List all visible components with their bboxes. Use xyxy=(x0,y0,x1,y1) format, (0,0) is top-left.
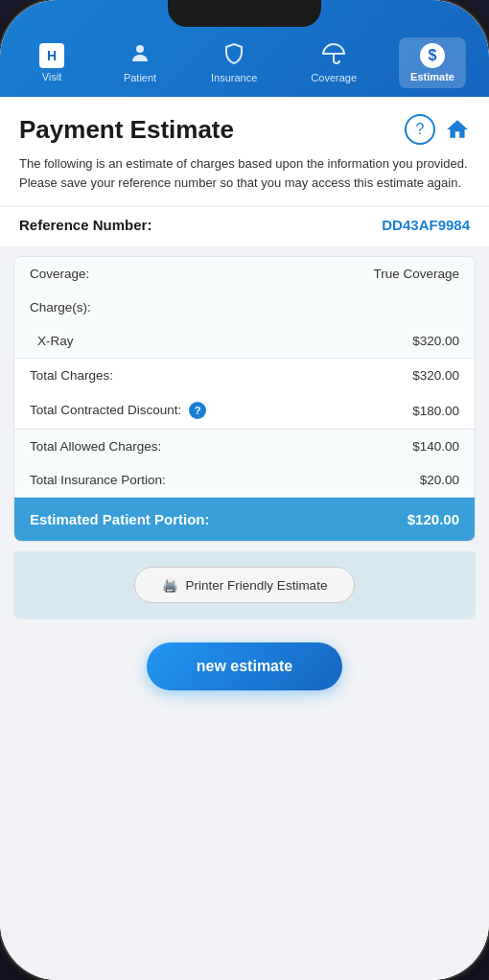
patient-portion-label: Estimated Patient Portion: xyxy=(30,511,210,527)
total-charges-value: $320.00 xyxy=(412,368,459,383)
charges-label: Charge(s): xyxy=(30,300,91,315)
nav-coverage-label: Coverage xyxy=(311,72,357,83)
allowed-section: Total Allowed Charges: $140.00 Total Ins… xyxy=(14,430,475,498)
notch xyxy=(168,0,321,27)
reference-label: Reference Number: xyxy=(19,217,151,233)
coverage-value: True Coverage xyxy=(373,267,459,281)
screen-content: H Visit Patient xyxy=(0,0,489,980)
patient-portion-row: Estimated Patient Portion: $120.00 xyxy=(14,498,475,541)
main-content: Payment Estimate ? The following is an e… xyxy=(0,97,489,980)
header-icons: ? xyxy=(405,114,470,145)
total-discount-row: Total Contracted Discount: ? $180.00 xyxy=(14,392,475,429)
print-label: Printer Friendly Estimate xyxy=(186,578,328,593)
charges-header-row: Charge(s): xyxy=(14,291,475,324)
nav-visit[interactable]: H Visit xyxy=(23,37,81,88)
print-icon: 🖨️ xyxy=(162,577,178,593)
phone-screen: H Visit Patient xyxy=(0,0,489,980)
nav-insurance-label: Insurance xyxy=(211,72,257,83)
person-icon xyxy=(128,42,151,69)
total-insurance-row: Total Insurance Portion: $20.00 xyxy=(14,463,475,497)
bottom-action: new estimate xyxy=(0,619,489,719)
total-insurance-value: $20.00 xyxy=(420,473,459,487)
nav-patient-label: Patient xyxy=(124,72,156,83)
header-title-row: Payment Estimate ? xyxy=(19,114,470,145)
total-discount-label: Total Contracted Discount: ? xyxy=(30,402,206,419)
xray-amount: $320.00 xyxy=(412,334,459,348)
home-icon-button[interactable] xyxy=(445,117,470,142)
help-icon-button[interactable]: ? xyxy=(405,114,435,145)
estimate-card: Coverage: True Coverage Charge(s): X-Ray… xyxy=(13,256,476,542)
total-allowed-value: $140.00 xyxy=(412,439,459,454)
discount-info-icon[interactable]: ? xyxy=(189,402,206,419)
nav-insurance[interactable]: Insurance xyxy=(199,36,268,89)
xray-row: X-Ray $320.00 xyxy=(14,324,475,358)
page-header: Payment Estimate ? The following is an e… xyxy=(0,97,489,205)
total-charges-label: Total Charges: xyxy=(30,368,113,383)
shield-icon xyxy=(222,42,245,69)
new-estimate-button[interactable]: new estimate xyxy=(147,642,342,690)
coverage-row: Coverage: True Coverage xyxy=(14,257,475,291)
page-title: Payment Estimate xyxy=(19,115,234,145)
total-insurance-label: Total Insurance Portion: xyxy=(30,473,166,487)
total-allowed-label: Total Allowed Charges: xyxy=(30,439,161,454)
nav-estimate-label: Estimate xyxy=(410,71,454,82)
xray-label: X-Ray xyxy=(37,334,74,348)
coverage-section: Coverage: True Coverage Charge(s): X-Ray… xyxy=(14,257,475,359)
patient-portion-value: $120.00 xyxy=(408,511,459,527)
hospital-icon: H xyxy=(39,43,64,68)
phone-frame: H Visit Patient xyxy=(0,0,489,980)
nav-visit-label: Visit xyxy=(42,71,62,82)
totals-section: Total Charges: $320.00 Total Contracted … xyxy=(14,359,475,430)
nav-patient[interactable]: Patient xyxy=(111,36,169,89)
reference-value: DD43AF9984 xyxy=(382,217,470,233)
coverage-label: Coverage: xyxy=(30,267,89,281)
total-discount-value: $180.00 xyxy=(412,404,459,418)
nav-coverage[interactable]: Coverage xyxy=(299,36,368,89)
print-section: 🖨️ Printer Friendly Estimate xyxy=(13,551,476,619)
print-button[interactable]: 🖨️ Printer Friendly Estimate xyxy=(134,567,356,603)
total-charges-row: Total Charges: $320.00 xyxy=(14,359,475,392)
umbrella-icon xyxy=(322,42,345,69)
dollar-icon: $ xyxy=(420,43,445,68)
svg-point-0 xyxy=(136,45,144,53)
total-allowed-row: Total Allowed Charges: $140.00 xyxy=(14,430,475,463)
description-text: The following is an estimate of charges … xyxy=(19,154,470,192)
reference-row: Reference Number: DD43AF9984 xyxy=(0,207,489,246)
nav-estimate[interactable]: $ Estimate xyxy=(399,37,466,88)
